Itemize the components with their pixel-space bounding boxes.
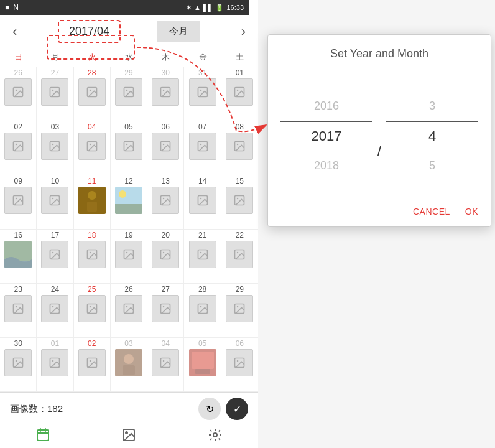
cell-w5d5[interactable]: 28 (184, 284, 221, 337)
prev-month-button[interactable]: ‹ (7, 21, 22, 42)
svg-point-47 (52, 252, 54, 254)
svg-point-41 (200, 198, 201, 200)
cell-w3d4[interactable]: 13 (147, 175, 184, 229)
calendar-week-2: 02 03 04 05 06 07 (0, 121, 258, 175)
today-button[interactable]: 今月 (157, 21, 200, 42)
calendar-header: ‹ 2017/04 今月 › (0, 15, 258, 48)
cell-image-w4d2 (78, 241, 106, 268)
day-header-sun: 日 (0, 49, 37, 65)
bottom-actions: ↻ ✓ (198, 398, 248, 420)
cell-w3d6[interactable]: 15 (221, 175, 258, 229)
cell-w1d6[interactable]: 01 (221, 67, 258, 121)
cell-image-w3d1 (41, 187, 68, 214)
cell-w5d6[interactable]: 29 (221, 284, 258, 337)
phone-area: ■ N ✶ ▲ ▌▌ 🔋 16:33 ‹ 2017/04 今月 › 日 月 火 … (0, 0, 258, 448)
cell-image-w1d1 (41, 78, 68, 106)
nav-tab-date[interactable]: 日付 (25, 425, 60, 448)
cell-w5d4[interactable]: 27 (147, 284, 184, 337)
cell-w6d2[interactable]: 02 (74, 338, 111, 391)
cell-w1d1[interactable]: 27 (37, 67, 73, 121)
cell-w5d3[interactable]: 26 (111, 284, 147, 337)
next-month-button[interactable]: › (236, 21, 251, 42)
cell-w6d3[interactable]: 03 (111, 338, 147, 391)
svg-point-77 (90, 360, 91, 362)
calendar-week-3: 09 10 11 12 13 (0, 175, 258, 230)
cell-w4d1[interactable]: 17 (37, 230, 73, 283)
cell-w6d0[interactable]: 30 (0, 338, 37, 391)
cell-image-w4d5 (189, 241, 216, 268)
ok-button[interactable]: OK (465, 207, 478, 217)
cell-image-w5d1 (41, 295, 68, 322)
cell-w3d1[interactable]: 10 (37, 175, 73, 229)
cell-image-w2d5 (189, 133, 216, 160)
cell-image-w4d1 (41, 241, 68, 268)
cell-w5d2[interactable]: 25 (74, 284, 111, 337)
cell-w4d5[interactable]: 21 (184, 230, 221, 283)
cell-w6d6[interactable]: 06 (221, 338, 258, 391)
nav-tab-settings[interactable]: 設定 (198, 425, 233, 448)
svg-point-57 (237, 252, 239, 254)
cancel-button[interactable]: CANCEL (413, 207, 450, 217)
cell-w4d0[interactable]: 16 (0, 230, 37, 283)
cell-w3d2[interactable]: 11 (74, 175, 111, 229)
svg-point-75 (52, 360, 54, 362)
cell-image-w6d2 (78, 349, 106, 376)
cell-w2d2[interactable]: 04 (74, 121, 111, 175)
svg-point-49 (90, 252, 91, 254)
calendar-tab-icon (35, 427, 50, 446)
cell-image-w4d4 (152, 241, 179, 268)
cell-photo-w3d2 (78, 187, 106, 214)
cell-w1d4[interactable]: 30 (147, 67, 184, 121)
cell-w1d5[interactable]: 31 (184, 67, 221, 121)
svg-point-51 (126, 252, 128, 254)
cell-w3d5[interactable]: 14 (184, 175, 221, 229)
cell-w4d2[interactable]: 18 (74, 230, 111, 283)
nav-tab-image[interactable]: 画像 (111, 425, 146, 448)
cell-w1d2[interactable]: 28 (74, 67, 111, 121)
cell-w4d6[interactable]: 22 (221, 230, 258, 283)
cell-w2d6[interactable]: 08 (221, 121, 258, 175)
cell-image-w6d0 (4, 349, 32, 376)
cell-w4d4[interactable]: 20 (147, 230, 184, 283)
image-count-label: 画像数：182 (10, 403, 63, 415)
cell-image-w2d3 (115, 133, 142, 160)
cell-w5d0[interactable]: 23 (0, 284, 37, 337)
cell-w2d1[interactable]: 03 (37, 121, 73, 175)
day-header-tue: 火 (74, 49, 111, 65)
cell-w6d5[interactable]: 05 (184, 338, 221, 391)
cell-w1d0[interactable]: 26 (0, 67, 37, 121)
month-display[interactable]: 2017/04 (58, 20, 121, 43)
refresh-button[interactable]: ↻ (198, 398, 221, 420)
cell-w4d3[interactable]: 19 (111, 230, 147, 283)
svg-point-9 (163, 90, 165, 91)
cell-w1d3[interactable]: 29 (111, 67, 147, 121)
cell-w2d4[interactable]: 06 (147, 121, 184, 175)
picker-separator: / (372, 113, 386, 159)
svg-point-21 (126, 144, 128, 146)
year-picker-column[interactable]: 2016 2017 2018 (280, 91, 372, 181)
cell-image-w6d6 (226, 349, 253, 376)
cell-w6d1[interactable]: 01 (37, 338, 73, 391)
cell-image-w1d3 (115, 78, 142, 106)
cell-image-w1d2 (78, 78, 106, 106)
confirm-button[interactable]: ✓ (226, 398, 248, 420)
day-header-wed: 水 (111, 49, 147, 65)
cell-w3d3[interactable]: 12 (111, 175, 147, 229)
cell-w6d4[interactable]: 04 (147, 338, 184, 391)
cell-photo-w3d3 (115, 187, 142, 214)
cell-w2d3[interactable]: 05 (111, 121, 147, 175)
app-icon-1: ■ (5, 3, 9, 12)
svg-point-82 (163, 360, 165, 362)
svg-point-67 (163, 306, 165, 308)
month-picker-column[interactable]: 3 4 5 (386, 91, 478, 181)
cell-image-w4d3 (115, 241, 142, 268)
calendar-week-5: 23 24 25 26 27 28 (0, 284, 258, 338)
cell-w3d0[interactable]: 09 (0, 175, 37, 229)
month-below: 5 (386, 151, 478, 181)
cell-w5d1[interactable]: 24 (37, 284, 73, 337)
calendar-week-1: 26 27 28 29 30 31 (0, 67, 258, 121)
cell-image-w5d0 (4, 295, 32, 322)
cell-w2d5[interactable]: 07 (184, 121, 221, 175)
calendar-week-4: 16 17 18 19 20 2 (0, 230, 258, 284)
cell-w2d0[interactable]: 02 (0, 121, 37, 175)
